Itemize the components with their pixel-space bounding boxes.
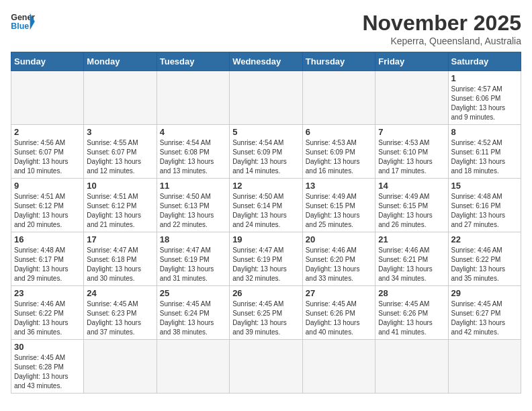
calendar-week-row: 1Sunrise: 4:57 AM Sunset: 6:06 PM Daylig… — [11, 71, 521, 125]
calendar-week-row: 30Sunrise: 4:45 AM Sunset: 6:28 PM Dayli… — [11, 340, 521, 394]
calendar-week-row: 16Sunrise: 4:48 AM Sunset: 6:17 PM Dayli… — [11, 232, 521, 286]
day-info: Sunrise: 4:50 AM Sunset: 6:13 PM Dayligh… — [160, 192, 226, 230]
month-title: November 2025 — [362, 11, 521, 36]
day-number: 22 — [451, 234, 518, 244]
day-number: 19 — [232, 234, 300, 244]
day-number: 10 — [87, 181, 153, 191]
day-number: 25 — [160, 288, 226, 298]
calendar-day-cell — [84, 340, 157, 394]
calendar-day-cell: 1Sunrise: 4:57 AM Sunset: 6:06 PM Daylig… — [448, 71, 521, 125]
day-info: Sunrise: 4:54 AM Sunset: 6:08 PM Dayligh… — [160, 138, 226, 176]
day-number: 24 — [87, 288, 153, 298]
day-number: 14 — [378, 181, 445, 191]
calendar-day-cell: 29Sunrise: 4:45 AM Sunset: 6:27 PM Dayli… — [448, 286, 521, 340]
calendar-day-cell — [230, 340, 303, 394]
calendar-day-cell: 9Sunrise: 4:51 AM Sunset: 6:12 PM Daylig… — [11, 179, 84, 232]
calendar-day-cell: 23Sunrise: 4:46 AM Sunset: 6:22 PM Dayli… — [11, 286, 84, 340]
day-number: 17 — [87, 234, 153, 244]
calendar-day-cell: 4Sunrise: 4:54 AM Sunset: 6:08 PM Daylig… — [157, 125, 229, 179]
day-info: Sunrise: 4:51 AM Sunset: 6:12 PM Dayligh… — [87, 192, 153, 230]
title-area: November 2025 Keperra, Queensland, Austr… — [362, 11, 521, 46]
svg-text:Blue: Blue — [11, 21, 29, 31]
day-info: Sunrise: 4:45 AM Sunset: 6:23 PM Dayligh… — [87, 300, 153, 337]
calendar-day-cell: 3Sunrise: 4:55 AM Sunset: 6:07 PM Daylig… — [84, 125, 157, 179]
calendar-header-thursday: Thursday — [302, 52, 375, 71]
logo-icon: General Blue — [11, 11, 35, 32]
day-info: Sunrise: 4:53 AM Sunset: 6:10 PM Dayligh… — [378, 138, 445, 176]
day-info: Sunrise: 4:50 AM Sunset: 6:14 PM Dayligh… — [232, 192, 300, 230]
calendar: SundayMondayTuesdayWednesdayThursdayFrid… — [11, 52, 521, 394]
header: General Blue November 2025 Keperra, Quee… — [11, 11, 521, 46]
day-info: Sunrise: 4:45 AM Sunset: 6:25 PM Dayligh… — [232, 300, 300, 337]
day-number: 27 — [306, 288, 372, 298]
calendar-day-cell: 27Sunrise: 4:45 AM Sunset: 6:26 PM Dayli… — [302, 286, 375, 340]
day-number: 1 — [451, 73, 518, 83]
calendar-day-cell — [11, 71, 84, 125]
calendar-header-row: SundayMondayTuesdayWednesdayThursdayFrid… — [11, 52, 521, 71]
day-number: 11 — [160, 181, 226, 191]
day-number: 21 — [378, 234, 445, 244]
logo: General Blue — [11, 11, 35, 32]
day-number: 13 — [306, 181, 372, 191]
day-info: Sunrise: 4:53 AM Sunset: 6:09 PM Dayligh… — [306, 138, 372, 176]
day-info: Sunrise: 4:47 AM Sunset: 6:19 PM Dayligh… — [160, 246, 226, 283]
day-number: 12 — [232, 181, 300, 191]
calendar-header-sunday: Sunday — [11, 52, 84, 71]
day-info: Sunrise: 4:47 AM Sunset: 6:18 PM Dayligh… — [87, 246, 153, 283]
calendar-header-wednesday: Wednesday — [230, 52, 303, 71]
day-info: Sunrise: 4:48 AM Sunset: 6:16 PM Dayligh… — [451, 192, 518, 230]
calendar-day-cell: 25Sunrise: 4:45 AM Sunset: 6:24 PM Dayli… — [157, 286, 229, 340]
calendar-day-cell: 10Sunrise: 4:51 AM Sunset: 6:12 PM Dayli… — [84, 179, 157, 232]
calendar-day-cell: 28Sunrise: 4:45 AM Sunset: 6:26 PM Dayli… — [375, 286, 448, 340]
day-number: 16 — [14, 234, 81, 244]
calendar-day-cell: 14Sunrise: 4:49 AM Sunset: 6:15 PM Dayli… — [375, 179, 448, 232]
day-number: 4 — [160, 127, 226, 137]
day-info: Sunrise: 4:46 AM Sunset: 6:20 PM Dayligh… — [306, 246, 372, 283]
calendar-day-cell: 21Sunrise: 4:46 AM Sunset: 6:21 PM Dayli… — [375, 232, 448, 286]
day-info: Sunrise: 4:49 AM Sunset: 6:15 PM Dayligh… — [306, 192, 372, 230]
calendar-day-cell: 30Sunrise: 4:45 AM Sunset: 6:28 PM Dayli… — [11, 340, 84, 394]
day-info: Sunrise: 4:45 AM Sunset: 6:28 PM Dayligh… — [14, 353, 81, 391]
day-info: Sunrise: 4:49 AM Sunset: 6:15 PM Dayligh… — [378, 192, 445, 230]
day-number: 20 — [306, 234, 372, 244]
day-info: Sunrise: 4:55 AM Sunset: 6:07 PM Dayligh… — [87, 138, 153, 176]
calendar-day-cell — [375, 340, 448, 394]
day-number: 9 — [14, 181, 81, 191]
day-info: Sunrise: 4:46 AM Sunset: 6:22 PM Dayligh… — [14, 300, 81, 337]
calendar-day-cell: 11Sunrise: 4:50 AM Sunset: 6:13 PM Dayli… — [157, 179, 229, 232]
calendar-week-row: 9Sunrise: 4:51 AM Sunset: 6:12 PM Daylig… — [11, 179, 521, 232]
day-number: 8 — [451, 127, 518, 137]
calendar-day-cell — [448, 340, 521, 394]
day-info: Sunrise: 4:47 AM Sunset: 6:19 PM Dayligh… — [232, 246, 300, 283]
calendar-day-cell: 13Sunrise: 4:49 AM Sunset: 6:15 PM Dayli… — [302, 179, 375, 232]
calendar-week-row: 23Sunrise: 4:46 AM Sunset: 6:22 PM Dayli… — [11, 286, 521, 340]
day-number: 23 — [14, 288, 81, 298]
day-number: 15 — [451, 181, 518, 191]
calendar-day-cell: 8Sunrise: 4:52 AM Sunset: 6:11 PM Daylig… — [448, 125, 521, 179]
day-number: 26 — [232, 288, 300, 298]
calendar-day-cell — [157, 340, 229, 394]
day-number: 29 — [451, 288, 518, 298]
calendar-day-cell: 5Sunrise: 4:54 AM Sunset: 6:09 PM Daylig… — [230, 125, 303, 179]
calendar-week-row: 2Sunrise: 4:56 AM Sunset: 6:07 PM Daylig… — [11, 125, 521, 179]
calendar-header-friday: Friday — [375, 52, 448, 71]
calendar-day-cell — [157, 71, 229, 125]
calendar-day-cell — [302, 71, 375, 125]
calendar-day-cell: 6Sunrise: 4:53 AM Sunset: 6:09 PM Daylig… — [302, 125, 375, 179]
location-title: Keperra, Queensland, Australia — [362, 36, 521, 46]
day-number: 28 — [378, 288, 445, 298]
calendar-day-cell: 18Sunrise: 4:47 AM Sunset: 6:19 PM Dayli… — [157, 232, 229, 286]
day-info: Sunrise: 4:56 AM Sunset: 6:07 PM Dayligh… — [14, 138, 81, 176]
day-number: 30 — [14, 342, 81, 352]
calendar-day-cell: 24Sunrise: 4:45 AM Sunset: 6:23 PM Dayli… — [84, 286, 157, 340]
calendar-day-cell: 19Sunrise: 4:47 AM Sunset: 6:19 PM Dayli… — [230, 232, 303, 286]
day-info: Sunrise: 4:52 AM Sunset: 6:11 PM Dayligh… — [451, 138, 518, 176]
day-number: 5 — [232, 127, 300, 137]
calendar-day-cell: 12Sunrise: 4:50 AM Sunset: 6:14 PM Dayli… — [230, 179, 303, 232]
day-info: Sunrise: 4:48 AM Sunset: 6:17 PM Dayligh… — [14, 246, 81, 283]
calendar-day-cell: 22Sunrise: 4:46 AM Sunset: 6:22 PM Dayli… — [448, 232, 521, 286]
day-number: 2 — [14, 127, 81, 137]
calendar-day-cell: 2Sunrise: 4:56 AM Sunset: 6:07 PM Daylig… — [11, 125, 84, 179]
day-info: Sunrise: 4:57 AM Sunset: 6:06 PM Dayligh… — [451, 85, 518, 122]
day-info: Sunrise: 4:54 AM Sunset: 6:09 PM Dayligh… — [232, 138, 300, 176]
